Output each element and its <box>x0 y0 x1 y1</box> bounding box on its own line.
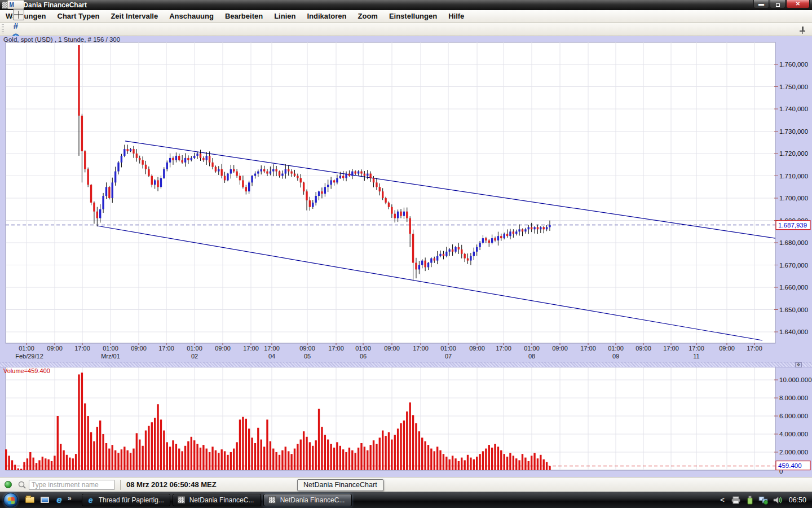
instrument-label: Gold, spot (USD) , 1 Stunde, # 156 / 300 <box>3 36 120 43</box>
svg-text:01:00: 01:00 <box>524 345 540 352</box>
instrument-search-input[interactable] <box>29 480 114 490</box>
svg-text:01:00: 01:00 <box>440 345 456 352</box>
crosshair-icon[interactable] <box>13 9 24 20</box>
svg-text:17:00: 17:00 <box>328 345 344 352</box>
netdania-icon <box>268 496 277 505</box>
grid-icon[interactable]: # <box>7 20 24 32</box>
svg-text:17:00: 17:00 <box>689 345 704 352</box>
pin-icon[interactable] <box>797 24 808 36</box>
menu-bar: WährungenChart TypenZeit IntervalleAnsch… <box>0 10 812 23</box>
svg-text:09:00: 09:00 <box>469 345 485 352</box>
svg-text:09:00: 09:00 <box>299 345 315 352</box>
svg-text:01:00: 01:00 <box>355 345 371 352</box>
svg-text:17:00: 17:00 <box>496 345 511 352</box>
svg-text:09:00: 09:00 <box>552 345 568 352</box>
menu-anschauung[interactable]: Anschauung <box>164 11 219 21</box>
tray-expand-chevron[interactable]: < <box>720 496 725 504</box>
svg-text:4.000.000: 4.000.000 <box>779 431 808 437</box>
chart-area: Gold, spot (USD) , 1 Stunde, # 156 / 300… <box>0 36 812 477</box>
menu-einstellungen[interactable]: Einstellungen <box>383 11 443 21</box>
svg-text:06: 06 <box>360 353 367 360</box>
svg-text:1.730,000: 1.730,000 <box>779 128 808 135</box>
svg-text:17:00: 17:00 <box>580 345 596 352</box>
svg-text:09:00: 09:00 <box>131 345 147 352</box>
desktop: NetDania FinanceChart ▬ ✕ WährungenChart… <box>0 0 812 508</box>
svg-text:01:00: 01:00 <box>103 345 118 352</box>
svg-text:1.720,000: 1.720,000 <box>779 150 808 157</box>
ie-icon: e <box>86 496 95 505</box>
svg-text:05: 05 <box>304 353 311 360</box>
svg-text:09:00: 09:00 <box>636 345 651 352</box>
price-volume-chart[interactable]: 1.760,0001.750,0001.740,0001.730,0001.72… <box>0 36 812 477</box>
close-icon[interactable]: ✕ <box>786 0 810 8</box>
svg-text:10.000.000: 10.000.000 <box>779 376 812 383</box>
toolbar: T151015301H2H4H8HDWM#i1.2✕✕✕ <box>0 23 812 36</box>
menu-chart-typen[interactable]: Chart Typen <box>52 11 105 21</box>
svg-text:04: 04 <box>268 353 275 360</box>
svg-text:1.710,000: 1.710,000 <box>779 173 808 179</box>
svg-text:1.700,000: 1.700,000 <box>779 195 808 202</box>
menu-linien[interactable]: Linien <box>268 11 301 21</box>
svg-text:Feb/29/12: Feb/29/12 <box>15 353 43 360</box>
svg-text:2.000.000: 2.000.000 <box>779 449 808 456</box>
menu-hilfe[interactable]: Hilfe <box>443 11 470 21</box>
taskbar-clock: 06:50 <box>789 496 806 504</box>
svg-text:6.000.000: 6.000.000 <box>779 413 808 419</box>
svg-text:17:00: 17:00 <box>413 345 429 352</box>
svg-text:1.650,000: 1.650,000 <box>779 306 808 313</box>
svg-text:1.687,939: 1.687,939 <box>778 222 807 229</box>
menu-indikatoren[interactable]: Indikatoren <box>301 11 352 21</box>
toolbar-drag-handle[interactable] <box>2 24 4 34</box>
taskbar-task-0[interactable]: eThread für Papiertig... <box>82 494 170 506</box>
svg-text:09:00: 09:00 <box>215 345 231 352</box>
window-controls: ▬ ✕ <box>753 0 810 8</box>
folder-icon[interactable] <box>24 494 36 506</box>
minimize-icon[interactable]: ▬ <box>753 0 769 8</box>
quicklaunch-overflow-chevron[interactable]: » <box>68 494 72 502</box>
svg-text:01:00: 01:00 <box>187 345 202 352</box>
svg-text:1.670,000: 1.670,000 <box>779 262 808 269</box>
taskbar: e » eThread für Papiertig...NetDania Fin… <box>0 492 812 508</box>
svg-text:1.740,000: 1.740,000 <box>779 106 808 112</box>
svg-text:17:00: 17:00 <box>158 345 174 352</box>
svg-text:01:00: 01:00 <box>19 345 34 352</box>
svg-text:1.750,000: 1.750,000 <box>779 84 808 90</box>
svg-text:1.660,000: 1.660,000 <box>779 284 808 291</box>
network-tray-icon[interactable] <box>758 496 769 505</box>
svg-text:17:00: 17:00 <box>663 345 679 352</box>
svg-text:09: 09 <box>612 353 619 360</box>
svg-text:8.000.000: 8.000.000 <box>779 395 808 401</box>
menu-zoom[interactable]: Zoom <box>352 11 383 21</box>
clock-timestamp: 08 Mrz 2012 06:50:48 MEZ <box>126 480 217 489</box>
svg-text:01:00: 01:00 <box>608 345 624 352</box>
svg-text:1.680,000: 1.680,000 <box>779 239 808 246</box>
menu-bearbeiten[interactable]: Bearbeiten <box>219 11 268 21</box>
menu-zeit-intervalle[interactable]: Zeit Intervalle <box>105 11 164 21</box>
svg-text:11: 11 <box>693 353 699 360</box>
start-button[interactable] <box>3 493 18 507</box>
system-tray: < 06:50 <box>720 496 812 505</box>
svg-text:#: # <box>13 21 18 30</box>
svg-text:09:00: 09:00 <box>719 345 735 352</box>
svg-text:09:00: 09:00 <box>47 345 63 352</box>
show-desktop-icon[interactable] <box>39 494 50 506</box>
restore-icon[interactable] <box>770 0 785 8</box>
svg-text:459.400: 459.400 <box>778 462 802 469</box>
svg-text:17:00: 17:00 <box>747 345 762 352</box>
power-tray-icon[interactable] <box>746 496 754 505</box>
svg-text:02: 02 <box>191 353 198 360</box>
title-bar: NetDania FinanceChart ▬ ✕ <box>0 0 812 10</box>
taskbar-task-1[interactable]: NetDania FinanceC... <box>173 494 261 506</box>
connection-status-icon <box>5 481 12 488</box>
svg-text:08: 08 <box>528 353 535 360</box>
statusbar-divider <box>120 480 121 490</box>
volume-tray-icon[interactable] <box>773 496 782 505</box>
interval-button-m[interactable]: M <box>7 0 24 9</box>
printer-tray-icon[interactable] <box>731 496 742 504</box>
status-bar: 08 Mrz 2012 06:50:48 MEZ <box>0 477 812 492</box>
internet-explorer-icon[interactable]: e <box>54 494 65 506</box>
svg-text:Mrz/01: Mrz/01 <box>101 353 120 360</box>
chart-scrollbar[interactable]: ✥ <box>0 362 812 367</box>
taskbar-task-2[interactable]: NetDania FinanceC... <box>263 494 352 506</box>
scrollbar-grip-icon[interactable]: ✥ <box>795 362 802 367</box>
